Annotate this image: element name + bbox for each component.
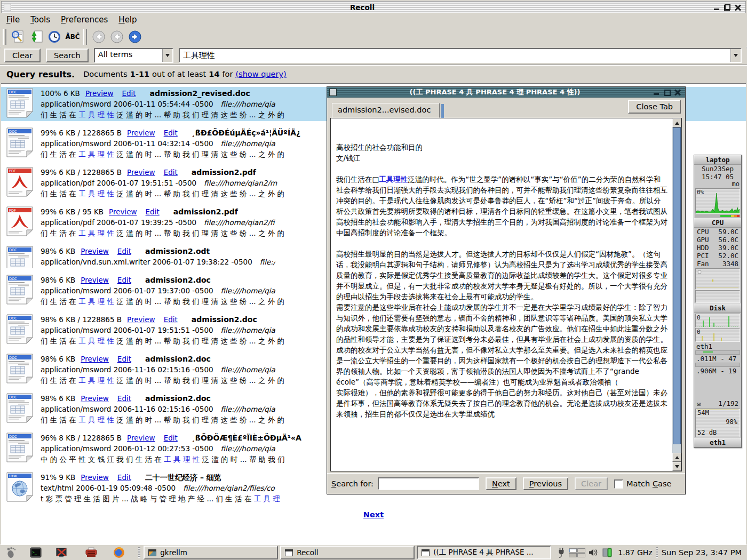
preview-link[interactable]: Preview xyxy=(127,434,155,442)
minimize-icon[interactable] xyxy=(713,4,720,11)
next-page-link[interactable]: Next xyxy=(363,510,384,519)
find-input[interactable] xyxy=(378,477,479,490)
chevron-down-icon[interactable] xyxy=(730,49,741,62)
find-document-icon[interactable] xyxy=(9,28,27,45)
preview-link[interactable]: Preview xyxy=(109,207,137,216)
menu-tools[interactable]: Tools xyxy=(29,14,55,26)
menu-preferences[interactable]: Preferences xyxy=(60,14,113,26)
preview-link[interactable]: Preview xyxy=(85,89,114,98)
power-plug-icon[interactable] xyxy=(557,546,566,559)
back-icon[interactable] xyxy=(108,28,126,45)
tab-admission2-revised-doc[interactable]: admission2...evised.doc xyxy=(332,103,440,118)
workspace-4[interactable] xyxy=(577,553,585,557)
chevron-down-icon[interactable] xyxy=(162,49,172,62)
edit-link[interactable]: Edit xyxy=(164,129,178,137)
result-line2: application/msword 2006-01-07 19:37:00 -… xyxy=(41,285,284,296)
preview-text-area[interactable]: 高校招生的社会功能和目的 文/钱江我们生活在□工具理性泛滥的时代。作为“世之显学… xyxy=(330,118,682,471)
show-query-link[interactable]: (show query) xyxy=(235,70,286,78)
match-case-checkbox[interactable] xyxy=(614,479,623,489)
preview-link[interactable]: Preview xyxy=(81,247,109,255)
fan-chart-2 xyxy=(695,290,740,303)
result-text: 99% 6 KB / 1228865 BPreviewEditadmission… xyxy=(41,167,284,199)
scrollbar-thumb[interactable] xyxy=(673,127,681,444)
term-explorer-icon[interactable]: ÅBĈ xyxy=(63,28,82,45)
scroll-up-icon[interactable] xyxy=(672,118,681,127)
typewriter-icon[interactable] xyxy=(84,546,98,559)
preview-titlebar[interactable]: ((工 PHRASE 4 具 PHRASE 4 理 PHRASE 4 性)) xyxy=(327,87,685,98)
maximize-icon[interactable] xyxy=(664,89,670,95)
system-tray: 1.87 GHz xyxy=(557,546,652,559)
find-previous-button[interactable]: Previous xyxy=(523,477,568,490)
menu-help[interactable]: Help xyxy=(117,14,142,26)
gkrellm-corner-label: mo xyxy=(694,181,741,188)
mail-row[interactable]: ✉ 1/192 xyxy=(694,399,741,408)
history-clock-icon[interactable] xyxy=(45,28,63,45)
preview-link[interactable]: Preview xyxy=(81,394,109,403)
snippet-text: 泛 滥 的 时 ... 帮 助 我 们 理 清 这 些 纷 ... 之 外 的 xyxy=(114,229,284,237)
preview-link[interactable]: Preview xyxy=(127,129,155,137)
workspace-2[interactable] xyxy=(577,548,585,553)
firefox-icon[interactable] xyxy=(112,546,126,559)
edit-link[interactable]: Edit xyxy=(146,207,160,216)
minimize-icon[interactable] xyxy=(653,89,659,95)
menu-file[interactable]: File xyxy=(5,14,25,26)
maximize-icon[interactable] xyxy=(724,4,730,11)
edit-link[interactable]: Edit xyxy=(117,473,131,482)
edit-link[interactable]: Edit xyxy=(117,355,131,363)
workspace-1[interactable] xyxy=(569,548,577,553)
no-display-icon[interactable] xyxy=(54,546,68,559)
cpu-frequency-icon[interactable] xyxy=(601,546,613,559)
scroll-down-icon[interactable] xyxy=(672,462,681,471)
workspace-3[interactable] xyxy=(569,553,577,557)
preview-link[interactable]: Preview xyxy=(81,473,109,482)
main-titlebar[interactable]: Recoll xyxy=(1,1,746,13)
forward-icon[interactable] xyxy=(126,28,144,45)
gnome-foot-icon[interactable] xyxy=(4,546,18,559)
terminal-icon[interactable]: >_ xyxy=(29,546,43,559)
edit-link[interactable]: Edit xyxy=(117,394,131,403)
preview-scrollbar[interactable] xyxy=(672,118,681,471)
snippet-text: 泛 滥 的 时 ... 帮 助 我 们 xyxy=(200,455,285,463)
toolbar-grip[interactable] xyxy=(3,29,6,45)
snippet-text: 们 生 活 在 xyxy=(41,415,78,424)
preview-link[interactable]: Preview xyxy=(127,315,155,324)
back-icon[interactable] xyxy=(90,28,108,45)
edit-link[interactable]: Edit xyxy=(117,247,131,255)
taskbar-button-gkrellm[interactable]: gkrellm xyxy=(144,546,278,559)
close-icon[interactable] xyxy=(674,89,681,95)
preview-window[interactable]: ((工 PHRASE 4 具 PHRASE 4 理 PHRASE 4 性)) a… xyxy=(327,86,686,494)
close-tab-button[interactable]: Close Tab xyxy=(628,100,681,114)
sort-document-icon[interactable] xyxy=(27,28,45,45)
scroll-up-icon[interactable] xyxy=(672,453,681,462)
close-icon[interactable] xyxy=(735,4,741,11)
result-url: file:///home/qian2/fi xyxy=(204,218,274,227)
search-mode-select[interactable]: All terms xyxy=(94,48,173,63)
edit-link[interactable]: Edit xyxy=(164,315,178,324)
taskbar-separator[interactable] xyxy=(656,547,658,558)
snippet-match: 工 具 理 性 xyxy=(78,150,114,158)
taskbar: >_ gkrellmRecoll((工 PHRASE 4 具 PHRASE ..… xyxy=(0,545,747,560)
preview-link[interactable]: Preview xyxy=(81,276,109,284)
edit-link[interactable]: Edit xyxy=(164,168,178,177)
taskbar-button-window[interactable]: ((工 PHRASE 4 具 PHRASE ... xyxy=(417,546,551,559)
preview-link[interactable]: Preview xyxy=(81,355,109,363)
edit-link[interactable]: Edit xyxy=(164,434,178,442)
preview-link[interactable]: Preview xyxy=(127,168,155,177)
workspace-pager[interactable] xyxy=(569,548,585,557)
taskbar-button-window[interactable]: Recoll xyxy=(280,546,415,559)
edit-link[interactable]: Edit xyxy=(117,276,131,284)
edit-link[interactable]: Edit xyxy=(122,89,136,98)
snippet-match: 工 具 理 性 xyxy=(78,110,114,119)
taskbar-grip[interactable] xyxy=(138,547,140,558)
find-next-button[interactable]: Next xyxy=(486,477,516,490)
search-button[interactable]: Search xyxy=(46,49,89,62)
net-activity-strip xyxy=(695,350,740,355)
toolbar-grip[interactable] xyxy=(83,29,87,45)
find-clear-button[interactable]: Clear xyxy=(575,477,608,490)
temperature-row: HDD39.0C xyxy=(694,244,741,252)
gkrellm-monitor[interactable]: laptop Sun23Sep 15:47 05 mo 0% CPU CPU59… xyxy=(694,155,742,448)
speaker-icon[interactable] xyxy=(588,546,599,559)
clear-button[interactable]: Clear xyxy=(4,49,41,62)
search-input[interactable] xyxy=(180,49,730,62)
result-filename: admission2.odt xyxy=(145,247,210,255)
